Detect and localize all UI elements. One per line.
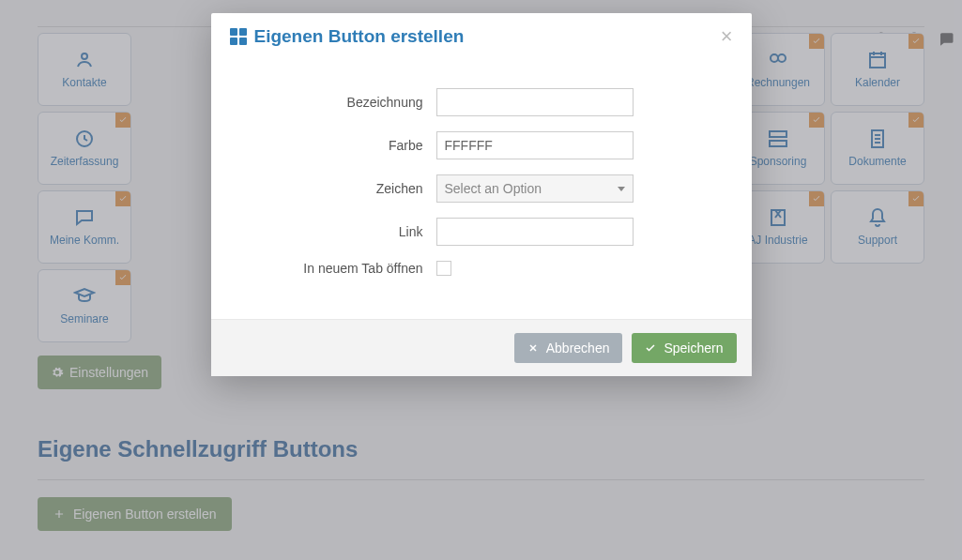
label-newtab: In neuem Tab öffnen: [230, 261, 436, 276]
input-link[interactable]: [436, 218, 634, 246]
x-icon: [527, 342, 539, 354]
chevron-down-icon: [618, 187, 625, 191]
check-icon: [645, 342, 656, 354]
input-farbe[interactable]: [436, 131, 634, 159]
input-bezeichnung[interactable]: [436, 88, 634, 116]
checkbox-newtab[interactable]: [436, 261, 451, 276]
close-icon[interactable]: ×: [721, 26, 733, 47]
select-zeichen[interactable]: Select an Option: [436, 174, 634, 203]
cancel-button-label: Abbrechen: [546, 341, 610, 356]
modal-title: Eigenen Button erstellen: [230, 26, 465, 47]
label-zeichen: Zeichen: [230, 181, 436, 196]
label-link: Link: [230, 224, 436, 239]
label-farbe: Farbe: [230, 138, 436, 153]
save-button[interactable]: Speichern: [632, 333, 736, 363]
grid-icon: [230, 28, 247, 45]
label-bezeichnung: Bezeichnung: [230, 95, 436, 110]
cancel-button[interactable]: Abbrechen: [514, 333, 623, 363]
select-placeholder: Select an Option: [445, 181, 542, 196]
save-button-label: Speichern: [664, 341, 723, 356]
modal-title-text: Eigenen Button erstellen: [254, 26, 465, 47]
create-button-modal: Eigenen Button erstellen × Bezeichnung F…: [211, 13, 752, 376]
